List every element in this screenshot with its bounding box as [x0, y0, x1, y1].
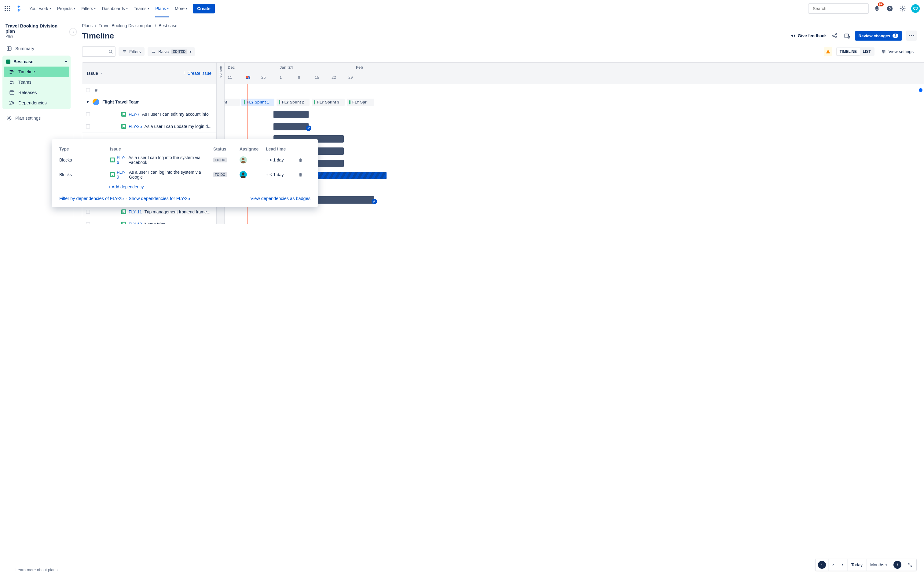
- nav-plans[interactable]: Plans▾: [153, 4, 171, 13]
- story-icon: [121, 210, 126, 214]
- chevron-down-icon[interactable]: ▾: [101, 71, 103, 75]
- dep-issue[interactable]: FLY-6 As a user I can log into the syste…: [110, 153, 212, 167]
- profile-avatar[interactable]: CJ: [911, 4, 920, 13]
- help-icon[interactable]: ?: [885, 4, 895, 13]
- sprint-pill[interactable]: FLY Sprint 1: [241, 98, 275, 106]
- scroll-prev-button[interactable]: ‹: [829, 559, 838, 571]
- issue-key[interactable]: FLY-7: [129, 112, 140, 117]
- create-issue-button[interactable]: + Create issue: [183, 70, 212, 76]
- today-button[interactable]: Today: [848, 559, 867, 571]
- warning-icon[interactable]: [824, 47, 832, 56]
- app-switcher-icon[interactable]: [4, 5, 11, 12]
- scenario-selector[interactable]: Best case ▾: [2, 57, 71, 66]
- scroll-next-button[interactable]: ›: [838, 559, 848, 571]
- sidebar-plan-settings[interactable]: Plan settings: [2, 113, 71, 123]
- timeline-search[interactable]: [82, 47, 115, 57]
- svg-point-23: [10, 104, 11, 105]
- view-deps-badges-link[interactable]: View dependencies as badges: [250, 196, 310, 201]
- give-feedback-button[interactable]: Give feedback: [790, 33, 827, 39]
- timeline-icon: [9, 69, 15, 74]
- info-button[interactable]: i: [891, 559, 904, 571]
- delete-dependency-button[interactable]: [298, 155, 310, 165]
- fullscreen-button[interactable]: [904, 559, 916, 571]
- basic-filter-button[interactable]: Basic EDITED ▾: [148, 47, 195, 56]
- checkbox[interactable]: [86, 210, 90, 214]
- sidebar-teams[interactable]: Teams: [4, 77, 69, 87]
- issue-column-header[interactable]: Issue: [87, 71, 98, 76]
- sidebar-releases[interactable]: Releases: [4, 87, 69, 98]
- dep-assignee[interactable]: [239, 154, 264, 166]
- jira-logo-icon[interactable]: [16, 5, 23, 12]
- view-settings-button[interactable]: View settings: [878, 47, 917, 56]
- dep-assignee[interactable]: [239, 169, 264, 181]
- teams-icon: [9, 79, 15, 85]
- view-list-tab[interactable]: LIST: [860, 48, 874, 55]
- sprint-pill[interactable]: FLY Sprint 2: [276, 98, 310, 106]
- issue-row[interactable]: FLY-13 Name trips: [82, 218, 216, 224]
- popup-header-issue: Issue: [110, 145, 212, 153]
- gear-icon: [6, 115, 12, 121]
- svg-rect-1: [7, 6, 8, 7]
- view-timeline-tab[interactable]: TIMELINE: [837, 48, 860, 55]
- issue-row[interactable]: FLY-7 As I user I can edit my account in…: [82, 108, 216, 120]
- delete-dependency-button[interactable]: [298, 170, 310, 179]
- issue-key[interactable]: FLY-13: [129, 222, 142, 224]
- checkbox[interactable]: [86, 222, 90, 224]
- more-actions-button[interactable]: [906, 31, 917, 41]
- svg-rect-19: [10, 73, 12, 74]
- filter-by-deps-link[interactable]: Filter by dependencies of FLY-25: [59, 196, 124, 201]
- checkbox[interactable]: [86, 88, 90, 92]
- svg-rect-4: [7, 8, 8, 9]
- calendar-export-icon[interactable]: [843, 31, 851, 40]
- sidebar-summary[interactable]: Summary: [2, 44, 71, 54]
- sidebar: ‹ Travel Booking Division plan Plan Summ…: [0, 17, 73, 577]
- sprint-pill[interactable]: rint: [225, 98, 240, 106]
- sidebar-footer-link[interactable]: Learn more about plans: [0, 567, 73, 572]
- svg-line-29: [834, 34, 836, 35]
- issue-key[interactable]: FLY-11: [129, 210, 142, 214]
- create-button[interactable]: Create: [193, 4, 215, 13]
- nav-your-work[interactable]: Your work▾: [27, 4, 53, 13]
- sidebar-timeline[interactable]: Timeline: [4, 66, 69, 77]
- nav-filters[interactable]: Filters▾: [79, 4, 98, 13]
- nav-more[interactable]: More▾: [172, 4, 190, 13]
- show-deps-link[interactable]: Show dependencies for FLY-25: [129, 196, 190, 201]
- review-changes-button[interactable]: Review changes 2: [855, 31, 902, 40]
- dependency-link-icon[interactable]: [306, 126, 311, 131]
- notifications-icon[interactable]: 9+: [872, 4, 882, 13]
- issue-bar[interactable]: [310, 172, 386, 179]
- team-row[interactable]: ▼ Flight Travel Team: [82, 96, 216, 108]
- settings-icon[interactable]: [898, 4, 908, 13]
- nav-projects[interactable]: Projects▾: [55, 4, 78, 13]
- dep-issue[interactable]: FLY-9 As a user I can log into the syste…: [110, 167, 212, 182]
- sprint-pill[interactable]: FLY Sprint 3: [312, 98, 345, 106]
- zoom-select[interactable]: Months▾: [867, 559, 891, 571]
- month-label: Feb: [356, 65, 363, 69]
- sprint-bar-icon: [314, 100, 315, 105]
- issue-row[interactable]: FLY-25 As a user I can update my login d…: [82, 120, 216, 132]
- breadcrumb-scenario[interactable]: Best case: [158, 23, 177, 28]
- issue-key[interactable]: FLY-25: [129, 124, 142, 129]
- sliders-icon: [881, 49, 886, 54]
- breadcrumb-plan-name[interactable]: Travel Booking Division plan: [99, 23, 152, 28]
- sprint-pill[interactable]: FLY Spri: [347, 98, 374, 106]
- checkbox[interactable]: [86, 124, 90, 129]
- search-input[interactable]: [808, 3, 869, 14]
- nav-teams[interactable]: Teams▾: [131, 4, 152, 13]
- epic-placeholder-row: #: [82, 84, 216, 96]
- checkbox[interactable]: [86, 112, 90, 116]
- dependency-link-icon[interactable]: [372, 199, 377, 204]
- issue-bar[interactable]: [273, 123, 309, 131]
- add-dependency-button[interactable]: + Add dependency: [108, 184, 310, 189]
- nav-dashboards[interactable]: Dashboards▾: [99, 4, 130, 13]
- scroll-start-button[interactable]: ›: [816, 559, 829, 571]
- blue-marker: [919, 88, 922, 92]
- sidebar-dependencies[interactable]: Dependencies: [4, 98, 69, 108]
- issue-bar[interactable]: [313, 196, 374, 204]
- filters-button[interactable]: Filters: [119, 47, 145, 56]
- search-field[interactable]: [813, 6, 866, 11]
- issue-row[interactable]: FLY-11 Trip management frontend frame...: [82, 206, 216, 218]
- breadcrumb-plans[interactable]: Plans: [82, 23, 92, 28]
- issue-bar[interactable]: [273, 111, 309, 118]
- share-icon[interactable]: [830, 31, 839, 40]
